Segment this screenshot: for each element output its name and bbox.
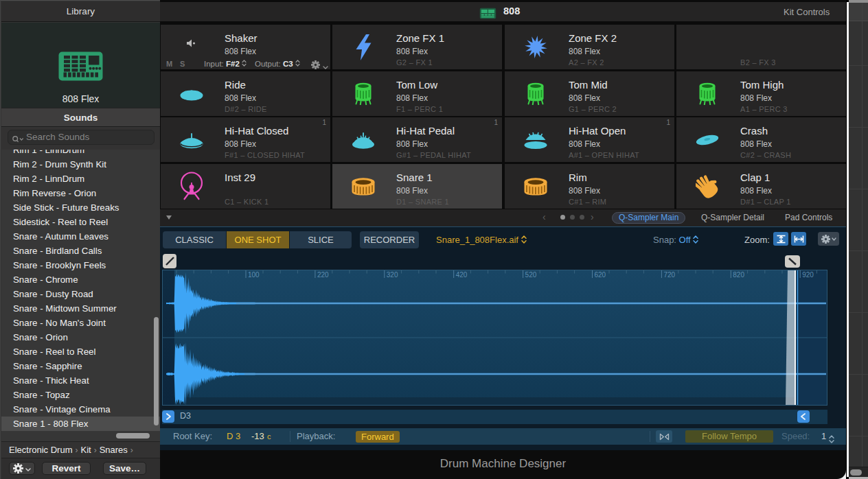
svg-text:100: 100 — [248, 271, 260, 279]
svg-text:720: 720 — [663, 271, 675, 279]
svg-text:920: 920 — [802, 271, 814, 279]
svg-text:820: 820 — [733, 271, 744, 279]
svg-text:520: 520 — [525, 271, 537, 279]
svg-text:220: 220 — [317, 271, 329, 279]
svg-text:420: 420 — [456, 271, 468, 279]
svg-text:620: 620 — [595, 271, 606, 279]
svg-text:320: 320 — [387, 271, 398, 279]
